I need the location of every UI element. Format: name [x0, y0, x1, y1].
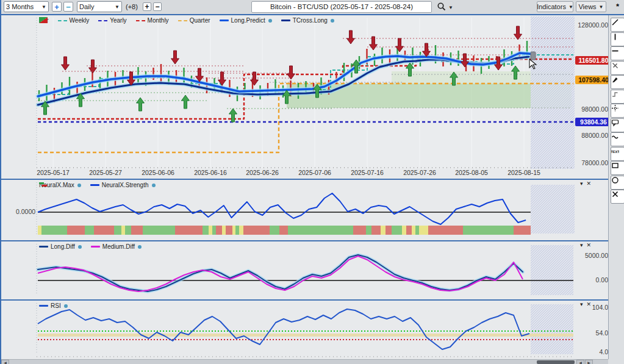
scroll-left-step-button[interactable]: ◀ — [576, 360, 584, 364]
range-select[interactable]: 3 Months ▼ — [4, 1, 49, 12]
info-dot-icon[interactable] — [78, 245, 82, 249]
axis-label: 0.00 — [575, 276, 608, 284]
panel-controls: ▾ ✕ — [580, 180, 591, 187]
callout-tool-button[interactable] — [611, 118, 624, 132]
legend-label: TCross.Long — [293, 17, 328, 24]
rsi-panel: RSI ▾ ✕ 104.054.04.0 — [1, 301, 608, 359]
delete-icon — [611, 190, 619, 198]
neuralx-max-segment — [415, 226, 419, 235]
scrollbar-thumb[interactable] — [537, 360, 575, 364]
neuralx-max-segment — [412, 226, 415, 235]
indicators-button[interactable]: Indicators ▼ — [537, 1, 573, 12]
info-dot-icon[interactable] — [77, 184, 81, 187]
price-bar — [343, 63, 345, 81]
close-panel-icon[interactable]: ✕ — [586, 242, 591, 248]
legend-item-medium-diff[interactable]: Medium.Diff — [91, 243, 142, 250]
horizontal-scrollbar[interactable]: ◀ ◀ ▶ — [1, 359, 608, 364]
neuralx-max-segment — [243, 226, 270, 235]
neuralx-max-segment — [121, 226, 125, 235]
chevron-down-icon: ▼ — [599, 4, 604, 10]
price-chart-panel: BarWeeklyYearlyMonthlyQuarterLong.Predic… — [1, 15, 608, 179]
range-value: 3 Months — [6, 3, 34, 10]
legend-item-long-predict[interactable]: Long.Predict — [220, 17, 272, 24]
horizontal-line-tool-button[interactable] — [611, 46, 624, 60]
delete-tool-button[interactable] — [611, 190, 624, 204]
neuralx-max-segment — [216, 226, 222, 235]
rectangle-tool-button[interactable] — [611, 161, 624, 175]
x-axis-label: 2025-07-26 — [403, 169, 436, 176]
polyline-tool-button[interactable] — [611, 90, 624, 104]
legend-item-yearly[interactable]: Yearly — [98, 17, 126, 24]
neuralx-max-segment — [406, 226, 412, 235]
legend-item-neuralx-max[interactable]: NeuralX.Max — [39, 182, 81, 188]
collapse-panel-icon[interactable]: ▾ — [580, 180, 583, 187]
symbol-title-input[interactable]: Bitcoin - BTC/USD (2025-05-17 - 2025-08-… — [251, 1, 432, 13]
info-dot-icon[interactable] — [64, 304, 68, 308]
zoom-in-button[interactable]: + — [52, 2, 62, 12]
neuralx-max-segment — [125, 226, 131, 235]
info-dot-icon[interactable] — [138, 245, 142, 249]
trading-app-window: 3 Months ▼ + − Daily ▼ (+8) + − Bitcoin … — [0, 0, 624, 364]
scroll-left-button[interactable]: ◀ — [1, 360, 9, 364]
legend-item-monthly[interactable]: Monthly — [136, 17, 169, 24]
text-tool-tool-button[interactable]: TEXT — [611, 147, 624, 161]
x-axis-label: 2025-08-05 — [455, 169, 488, 176]
marker-pen-tool-button[interactable] — [611, 75, 624, 89]
diff-panel: Long.DiffMedium.Diff ▾ ✕ 5000.000.00 — [1, 241, 608, 299]
collapse-panel-icon[interactable]: ▾ — [580, 242, 583, 248]
disable-draw-tool-button[interactable] — [611, 61, 624, 75]
crosshair-tool-button[interactable] — [611, 104, 624, 118]
scroll-right-step-button[interactable]: ▶ — [585, 360, 593, 364]
price-chart-canvas[interactable]: 2025-05-172025-05-272025-06-062025-06-16… — [1, 15, 608, 179]
wave-tool-button[interactable] — [611, 132, 624, 146]
trend-line-tool-button[interactable] — [611, 18, 624, 32]
legend-item-bar[interactable]: Bar — [39, 17, 49, 24]
legend-item-rsi[interactable]: RSI — [39, 302, 68, 309]
bars-minus-button[interactable]: − — [153, 2, 162, 11]
panel-controls: ▾ ✕ — [580, 301, 591, 307]
views-button[interactable]: Views ▼ — [576, 1, 606, 12]
neuralx-max-segment — [94, 226, 114, 235]
legend-item-weekly[interactable]: Weekly — [58, 17, 90, 24]
info-dot-icon[interactable] — [152, 184, 156, 187]
neuralx-max-segment — [203, 226, 209, 235]
legend-label: Medium.Diff — [102, 243, 135, 250]
diff-legend: Long.DiffMedium.Diff — [39, 243, 142, 250]
search-dropdown-icon[interactable]: ▼ — [448, 5, 453, 16]
series-swatch — [281, 20, 290, 21]
info-dot-icon[interactable] — [268, 19, 272, 23]
rsi-canvas[interactable] — [1, 301, 608, 359]
zoom-out-button[interactable]: − — [63, 2, 73, 12]
bar-series-icon — [39, 17, 48, 23]
vertical-line-tool-button[interactable] — [611, 32, 624, 46]
neuralx-max-segment — [175, 226, 203, 235]
series-swatch — [178, 20, 187, 21]
ellipse-tool-button[interactable] — [611, 176, 624, 190]
close-panel-icon[interactable]: ✕ — [586, 301, 591, 307]
neuralx-canvas[interactable] — [1, 180, 608, 240]
bars-plus-button[interactable]: + — [143, 2, 151, 11]
close-panel-icon[interactable]: ✕ — [586, 180, 591, 187]
legend-item-tcross-long[interactable]: TCross.Long — [281, 17, 334, 24]
collapse-panel-icon[interactable]: ▾ — [580, 301, 583, 307]
neuralx-max-segment — [288, 226, 353, 235]
text-tool-icon: TEXT — [611, 148, 619, 155]
legend-label: NeuralX.Strength — [102, 182, 149, 188]
neuralx-max-segment — [428, 226, 463, 235]
polyline-icon — [611, 90, 619, 98]
info-dot-icon[interactable] — [331, 19, 334, 23]
diff-canvas[interactable] — [1, 241, 608, 299]
legend-item-long-diff[interactable]: Long.Diff — [39, 243, 82, 250]
neuralx-max-segment — [419, 226, 428, 235]
x-axis-label: 2025-06-26 — [246, 169, 279, 176]
neuralx-max-segment — [232, 226, 235, 235]
period-select[interactable]: Daily ▼ — [77, 1, 122, 12]
price-bar — [160, 64, 162, 82]
axis-label: 5000.00 — [575, 252, 608, 259]
neuralx-max-segment — [386, 226, 392, 235]
legend-item-neuralx-strength[interactable]: NeuralX.Strength — [90, 182, 156, 188]
series-swatch — [58, 20, 67, 21]
chevron-down-icon: ▼ — [115, 4, 120, 10]
neuralx-max-segment — [235, 226, 239, 235]
legend-item-quarter[interactable]: Quarter — [178, 17, 210, 24]
